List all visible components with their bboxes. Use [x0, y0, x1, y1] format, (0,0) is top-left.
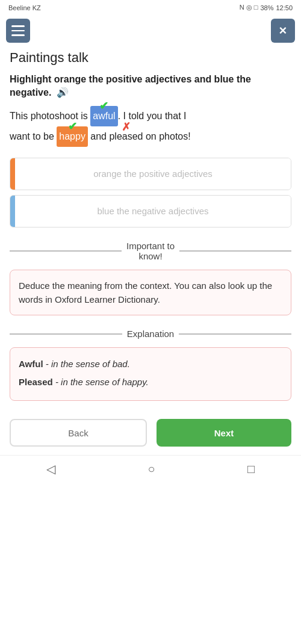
- info-box: Deduce the meaning from the context. You…: [10, 270, 291, 316]
- word-happy[interactable]: ✔happy: [57, 126, 88, 147]
- pleased-rest: - in the sense of happy.: [53, 377, 149, 387]
- status-bar: Beeline KZ N ◎ □ 38% 12:50: [0, 0, 301, 14]
- pleased-bold: Pleased: [19, 377, 53, 387]
- cross-pleased: ✗: [122, 116, 131, 138]
- explanation-line1: Awful - in the sense of bad.: [19, 356, 282, 372]
- explanation-line2: Pleased - in the sense of happy.: [19, 374, 282, 390]
- explanation-divider-right: [179, 333, 291, 335]
- battery: 38%: [260, 4, 273, 11]
- word-awful[interactable]: ✔awful: [90, 106, 117, 126]
- speaker-icon[interactable]: 🔊: [57, 86, 69, 99]
- check-awful: ✔: [99, 95, 108, 117]
- orange-input-placeholder[interactable]: orange the positive adjectives: [15, 158, 291, 190]
- blue-sidebar: [10, 196, 15, 227]
- carrier: Beeline KZ: [8, 4, 41, 11]
- main-content: Highlight orange the positive adjectives…: [0, 73, 301, 401]
- close-button[interactable]: ×: [271, 19, 295, 43]
- check-happy: ✔: [68, 116, 77, 137]
- back-button[interactable]: Back: [10, 419, 147, 447]
- sentence-line2-before: want to be: [10, 131, 57, 141]
- word-pleased-wrap: ✗pleased: [109, 127, 143, 146]
- nav-home-icon[interactable]: ○: [147, 462, 155, 476]
- orange-input-area[interactable]: orange the positive adjectives: [10, 158, 291, 190]
- divider-line-right: [179, 250, 291, 252]
- nav-square-icon[interactable]: □: [247, 462, 255, 476]
- awful-bold: Awful: [19, 359, 43, 369]
- time: 12:50: [276, 4, 293, 11]
- status-right: N ◎ □ 38% 12:50: [240, 4, 293, 11]
- bottom-nav: ◁ ○ □: [0, 455, 301, 481]
- blue-input-area[interactable]: blue the negative adjectives: [10, 195, 291, 228]
- sentence-block: This photoshoot is ✔awful. I told you th…: [10, 106, 291, 147]
- sentence-line1-before: This photoshoot is: [10, 111, 90, 121]
- status-icons: N ◎ □: [240, 4, 258, 11]
- divider-line-left: [10, 250, 122, 252]
- explanation-box: Awful - in the sense of bad. Pleased - i…: [10, 347, 291, 401]
- explanation-divider: Explanation: [10, 329, 291, 339]
- menu-button[interactable]: [6, 19, 30, 43]
- nav-back-icon[interactable]: ◁: [46, 462, 55, 476]
- close-icon: ×: [279, 23, 287, 39]
- orange-sidebar: [10, 158, 15, 190]
- blue-input-placeholder[interactable]: blue the negative adjectives: [15, 196, 291, 227]
- next-button[interactable]: Next: [157, 419, 291, 447]
- bottom-buttons: Back Next: [0, 413, 301, 450]
- explanation-title: Explanation: [127, 329, 174, 339]
- awful-rest: - in the sense of bad.: [43, 359, 130, 369]
- top-nav: ×: [0, 14, 301, 48]
- important-title: Important toknow!: [126, 241, 175, 261]
- instruction-text: Highlight orange the positive adjectives…: [10, 73, 291, 100]
- explanation-divider-left: [10, 333, 122, 335]
- important-divider: Important toknow!: [10, 241, 291, 261]
- info-box-text: Deduce the meaning from the context. You…: [19, 280, 272, 305]
- page-title: Paintings talk: [0, 48, 301, 73]
